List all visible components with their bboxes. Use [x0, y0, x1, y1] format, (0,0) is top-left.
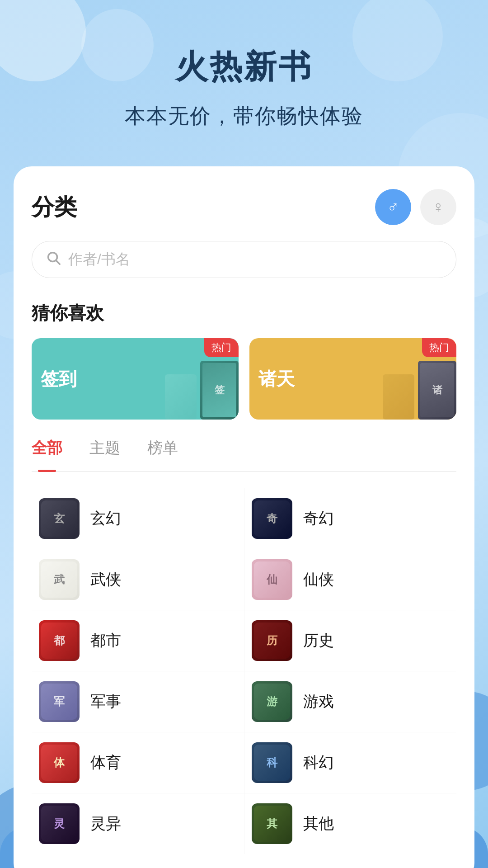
category-row-1: 玄 玄幻 奇 奇幻 — [32, 488, 456, 549]
male-gender-button[interactable]: ♂ — [375, 189, 411, 225]
hot-badge-checkin: 热门 — [204, 338, 239, 357]
category-name-kehuan: 科幻 — [303, 752, 334, 773]
cover-kehuan: 科 — [252, 742, 292, 783]
category-row-5: 体 体育 科 科幻 — [32, 732, 456, 793]
category-xianxia[interactable]: 仙 仙侠 — [244, 549, 457, 610]
featured-card-zhutian[interactable]: 热门 诸天 诸 — [249, 338, 456, 420]
cover-lingyi: 灵 — [39, 803, 80, 844]
tab-all[interactable]: 全部 — [32, 438, 62, 464]
search-bar[interactable]: 作者/书名 — [32, 241, 456, 278]
main-card: 分类 ♂ ♀ 作者/书名 猜你喜欢 热门 签到 — [14, 166, 474, 868]
category-name-qita: 其他 — [303, 813, 334, 834]
category-row-4: 军 军事 游 游戏 — [32, 671, 456, 732]
card-title: 分类 — [32, 192, 77, 222]
gender-icons: ♂ ♀ — [375, 189, 456, 225]
cover-lishi: 历 — [252, 620, 292, 661]
category-xuanhuan[interactable]: 玄 玄幻 — [32, 488, 244, 549]
search-icon — [46, 250, 61, 269]
female-gender-button[interactable]: ♀ — [420, 189, 456, 225]
cover-xuanhuan: 玄 — [39, 498, 80, 539]
category-dushi[interactable]: 都 都市 — [32, 610, 244, 671]
hot-badge-zhutian: 热门 — [422, 338, 456, 357]
category-lingyi[interactable]: 灵 灵异 — [32, 793, 244, 854]
category-name-lishi: 历史 — [303, 630, 334, 651]
tab-theme[interactable]: 主题 — [89, 438, 120, 464]
zhutian-book-covers: 诸 — [383, 361, 456, 420]
featured-row: 热门 签到 签 热门 诸天 诸 — [32, 338, 456, 420]
tab-ranking[interactable]: 榜单 — [147, 438, 178, 464]
cover-tiyu: 体 — [39, 742, 80, 783]
card-header: 分类 ♂ ♀ — [32, 189, 456, 225]
category-row-2: 武 武侠 仙 仙侠 — [32, 549, 456, 610]
category-row-3: 都 都市 历 历史 — [32, 610, 456, 671]
category-qita[interactable]: 其 其他 — [244, 793, 457, 854]
category-lishi[interactable]: 历 历史 — [244, 610, 457, 671]
category-name-tiyu: 体育 — [90, 752, 121, 773]
featured-card-checkin[interactable]: 热门 签到 签 — [32, 338, 239, 420]
category-qihuan[interactable]: 奇 奇幻 — [244, 488, 457, 549]
category-wuxia[interactable]: 武 武侠 — [32, 549, 244, 610]
cover-dushi: 都 — [39, 620, 80, 661]
category-tiyu[interactable]: 体 体育 — [32, 732, 244, 793]
category-youxi[interactable]: 游 游戏 — [244, 671, 457, 732]
male-icon: ♂ — [387, 198, 399, 217]
guess-like-title: 猜你喜欢 — [32, 301, 456, 326]
cover-junshi: 军 — [39, 681, 80, 722]
category-tabs: 全部 主题 榜单 — [32, 438, 456, 472]
featured-label-zhutian: 诸天 — [258, 367, 295, 392]
category-name-junshi: 军事 — [90, 691, 121, 712]
search-placeholder-text: 作者/书名 — [68, 250, 130, 269]
category-name-xianxia: 仙侠 — [303, 569, 334, 590]
main-title: 火热新书 — [0, 45, 488, 89]
cover-qita: 其 — [252, 803, 292, 844]
category-kehuan[interactable]: 科 科幻 — [244, 732, 457, 793]
category-name-lingyi: 灵异 — [90, 813, 121, 834]
category-row-6: 灵 灵异 其 其他 — [32, 793, 456, 854]
svg-line-1 — [56, 260, 60, 264]
category-name-dushi: 都市 — [90, 630, 121, 651]
cover-wuxia: 武 — [39, 559, 80, 600]
category-name-wuxia: 武侠 — [90, 569, 121, 590]
category-name-qihuan: 奇幻 — [303, 508, 334, 529]
featured-label-checkin: 签到 — [41, 367, 77, 392]
sub-title: 本本无价，带你畅快体验 — [0, 102, 488, 130]
category-name-youxi: 游戏 — [303, 691, 334, 712]
header-area: 火热新书 本本无价，带你畅快体验 — [0, 0, 488, 130]
female-icon: ♀ — [432, 198, 445, 217]
category-junshi[interactable]: 军 军事 — [32, 671, 244, 732]
category-grid: 玄 玄幻 奇 奇幻 武 武侠 仙 仙侠 — [32, 488, 456, 854]
cover-qihuan: 奇 — [252, 498, 292, 539]
cover-xianxia: 仙 — [252, 559, 292, 600]
cover-youxi: 游 — [252, 681, 292, 722]
checkin-book-covers: 签 — [165, 361, 239, 420]
category-name-xuanhuan: 玄幻 — [90, 508, 121, 529]
